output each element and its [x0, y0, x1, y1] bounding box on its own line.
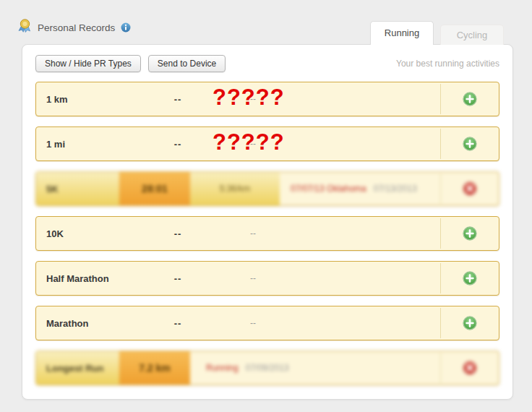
- pr-activity: Running 07/09/2013: [206, 351, 289, 385]
- add-record-icon[interactable]: [463, 226, 477, 241]
- pr-row: 1 km -- -- ?????: [35, 82, 499, 116]
- pr-row: Half Marathon -- --: [35, 261, 499, 296]
- question-marks-annotation: ?????: [213, 85, 285, 111]
- pr-time-highlight: 28:01: [119, 172, 190, 205]
- row-action-cell: [441, 351, 499, 385]
- pr-time-value: --: [174, 94, 182, 105]
- row-action-cell: [441, 172, 499, 205]
- delete-record-icon[interactable]: [463, 181, 477, 196]
- pr-row: 5K 28:01 5:36/km 07/07/13 Oklahoma 07/13…: [35, 171, 499, 206]
- delete-record-icon[interactable]: [463, 361, 477, 375]
- personal-records-card: Show / Hide PR Types Send to Device Your…: [22, 44, 513, 400]
- add-record-icon[interactable]: [463, 316, 477, 330]
- pr-row: 10K -- --: [35, 216, 499, 251]
- pr-time-value: --: [174, 139, 182, 150]
- add-record-icon[interactable]: [463, 92, 477, 106]
- medal-icon: [18, 19, 32, 36]
- pr-pace-value: --: [250, 273, 256, 283]
- tab-cycling[interactable]: Cycling: [440, 25, 504, 45]
- pr-type-label: Half Marathon: [36, 262, 129, 295]
- activity-date: 07/13/2013: [374, 184, 417, 194]
- pr-type-label: Marathon: [36, 306, 129, 340]
- pr-pace-value: --: [250, 228, 256, 239]
- personal-records-page: Personal Records Running Cycling Show / …: [0, 0, 532, 412]
- activity-date: 07/09/2013: [246, 363, 289, 373]
- activity-link[interactable]: 07/07/13 Oklahoma: [291, 184, 366, 194]
- pr-pace-highlight: 5:36/km: [190, 172, 280, 205]
- tab-bar: Running Cycling: [370, 21, 504, 45]
- row-action-cell: [441, 217, 499, 250]
- add-record-icon[interactable]: [463, 271, 477, 286]
- pr-time-highlight: 7.2 km: [119, 351, 190, 385]
- add-record-icon[interactable]: [463, 137, 477, 151]
- pr-type-label: 1 mi: [36, 127, 129, 160]
- send-to-device-button[interactable]: Send to Device: [148, 55, 226, 72]
- pr-activity: 07/07/13 Oklahoma 07/13/2013: [291, 172, 417, 205]
- pr-time-value: --: [174, 273, 182, 284]
- tab-running[interactable]: Running: [370, 21, 434, 45]
- pr-row: Marathon -- --: [35, 306, 499, 340]
- pr-rows-list: 1 km -- -- ????? 1 mi -- --: [22, 82, 512, 385]
- pr-row: 1 mi -- -- ?????: [35, 126, 499, 161]
- row-action-cell: [441, 306, 499, 340]
- pr-time-value: --: [174, 228, 182, 239]
- page-header: Personal Records: [18, 19, 131, 36]
- pr-type-label: Longest Run: [36, 351, 129, 385]
- show-hide-pr-types-button[interactable]: Show / Hide PR Types: [35, 55, 141, 72]
- pr-pace-value: --: [250, 318, 256, 328]
- info-icon[interactable]: [121, 22, 131, 33]
- row-action-cell: [441, 262, 499, 295]
- best-activities-caption: Your best running activities: [396, 59, 499, 69]
- question-marks-annotation: ?????: [213, 129, 285, 155]
- page-title: Personal Records: [38, 22, 115, 33]
- row-action-cell: [441, 82, 499, 116]
- pr-type-label: 1 km: [36, 82, 129, 116]
- toolbar: Show / Hide PR Types Send to Device Your…: [22, 45, 512, 82]
- activity-link[interactable]: Running: [206, 363, 239, 373]
- pr-type-label: 10K: [36, 217, 129, 250]
- pr-time-value: --: [174, 318, 182, 329]
- pr-type-label: 5K: [36, 172, 129, 205]
- pr-row: Longest Run 7.2 km Running 07/09/2013: [35, 351, 499, 385]
- row-action-cell: [441, 127, 499, 160]
